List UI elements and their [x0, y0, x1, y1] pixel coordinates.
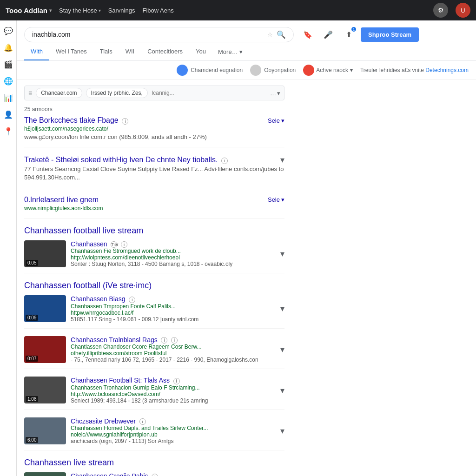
result-3-action-caret: ▾ [281, 196, 284, 203]
tab-you[interactable]: You [189, 43, 212, 60]
content-body: ≡ Chancaer.com Irssed ty prbhic. Zes, … … [17, 80, 476, 476]
channel-2-avatar [250, 65, 261, 76]
filter-tag-2[interactable]: Irssed ty prbhic. Zes, [86, 88, 148, 98]
channel-3-label: Achve naock [316, 67, 348, 73]
channel-3-caret-icon: ▾ [350, 67, 353, 73]
result-1-link[interactable]: The Borkcchecs tlake Fbage [24, 116, 119, 124]
sidebar-icon-bell[interactable]: 🔔 [2, 41, 15, 54]
tab-more-label: More… [218, 48, 238, 55]
tab-tials[interactable]: Tials [93, 43, 119, 60]
sidebar-icon-user[interactable]: 👤 [2, 108, 15, 121]
video-2-1-expand-icon[interactable]: ▾ [280, 304, 284, 314]
settings-icon[interactable]: ⚙ [433, 3, 448, 18]
video-2-4-title[interactable]: Chczsasite Drebwever [71, 417, 136, 425]
video-1-1-info-icon[interactable]: i [121, 241, 127, 248]
result-3-title-row: 0.lnrlelaserd live gnem Sele ▾ [24, 196, 284, 204]
translate-link[interactable]: Detechnings.com [425, 67, 469, 73]
video-3-1-thumb: 1:10 [24, 472, 66, 476]
nav-link-2[interactable]: Sarvnings [108, 7, 135, 14]
result-2-expand-icon[interactable]: ▾ [280, 155, 284, 165]
video-2-2-info-icon[interactable]: i [161, 337, 167, 344]
results-count: 25 armoors [24, 106, 284, 112]
video-2-2-thumb: 0:07 [24, 336, 66, 363]
video-2-3-title[interactable]: Chanhassen Football St: Tlals Ass [71, 377, 170, 384]
video-2-1-title[interactable]: Chanhassen Biasg [71, 295, 126, 303]
search-area: ☆ 🔍 🔖 🎤 ⬆ 1 Shproo Stream [17, 20, 476, 43]
filter-bar: ≡ Chancaer.com Irssed ty prbhic. Zes, … … [24, 86, 284, 100]
result-1-title: The Borkcchecs tlake Fbage i [24, 116, 128, 125]
nav-link-1-caret: ▾ [99, 8, 101, 13]
video-2-3-expand-icon[interactable]: ▾ [280, 385, 284, 396]
video-2-3-duration: 1:08 [26, 396, 38, 402]
video-2-2-title[interactable]: Chanhassen Tralnblansl Rags [71, 336, 158, 344]
nav-link-3[interactable]: Flbow Aens [142, 7, 173, 14]
video-2-1-meta: Chanhassen Biasg i Chanhassen Tmpropen F… [71, 295, 276, 323]
tab-more[interactable]: More… ▾ [212, 44, 248, 60]
channel-1-label: Chamdend eugration [191, 67, 243, 73]
video-result-2-1: 0:09 Chanhassen Biasg i Chanhassen Tmpro… [24, 295, 284, 329]
filter-tag-1[interactable]: Chancaer.com [36, 88, 82, 98]
result-2-title: Traketê - Stheløi soked withHig Iven De … [24, 156, 228, 164]
video-2-2-info: - 75., 7ennead narly 106 72, 1965 - 2017… [71, 357, 276, 363]
video-2-4-meta: Chczsasite Drebwever i Chanhassen Florne… [71, 417, 276, 445]
sidebar-icon-chart[interactable]: 📊 [2, 91, 15, 104]
result-3-action[interactable]: Sele ▾ [268, 196, 284, 203]
result-3-link[interactable]: 0.lnrlelaserd live gnem [24, 196, 99, 204]
video-2-3-info-icon[interactable]: i [173, 378, 180, 384]
video-3-1-meta: Chanhassen Grogiie Pahis i Chanhasseni m… [71, 472, 276, 476]
video-1-1-meta: Chanhassen Tier i Chanhassen Fie Stromgu… [71, 240, 276, 268]
video-2-2-info-icon-2[interactable]: i [171, 337, 178, 344]
search-input[interactable] [32, 31, 264, 38]
mic-button[interactable]: 🎤 [320, 26, 337, 43]
search-icon[interactable]: 🔍 [277, 30, 286, 39]
filter-more-button[interactable]: … ▾ [270, 90, 280, 97]
translate-hint: Treuler lehridies a£s vnite Detechnings.… [360, 67, 469, 73]
tab-wii[interactable]: WII [119, 43, 141, 60]
video-2-3-info: Senlect 1989; 493.184 - 182 (3 armshardu… [71, 397, 276, 404]
video-3-1-title[interactable]: Chanhassen Grogiie Pahis [71, 472, 148, 476]
video-3-1-info-icon[interactable]: i [152, 474, 158, 476]
result-2-link[interactable]: Traketê - Stheløi soked withHig Iven De … [24, 156, 218, 164]
result-1-url: h£jolljsaett.com/nasegoriees.cato/ [24, 126, 284, 132]
sidebar-icon-location[interactable]: 📍 [2, 125, 15, 138]
sidebar-icon-video[interactable]: 🎬 [2, 58, 15, 71]
nav-link-2-label: Sarvnings [108, 7, 135, 14]
video-2-4-expand-icon[interactable]: ▾ [280, 426, 284, 436]
brand-logo[interactable]: Tooo Addlan ▾ [6, 7, 52, 14]
video-2-4-info-icon[interactable]: i [139, 418, 146, 425]
result-1-info-icon[interactable]: i [122, 118, 128, 125]
video-2-3-thumb: 1:08 [24, 377, 66, 403]
channel-1[interactable]: Chamdend eugration [177, 65, 243, 76]
tab-well-tanes[interactable]: Wel l Tanes [49, 43, 93, 60]
video-2-2-url: othety.illipribteas.com/stroom Poolitsfu… [71, 350, 276, 357]
video-result-2-4: 6:00 Chczsasite Drebwever i Chanhassen F… [24, 417, 284, 451]
video-1-1-expand-icon[interactable]: ▾ [280, 249, 284, 259]
section-3-heading: Chanhassen live stream [24, 458, 284, 468]
nav-link-1-label: Stay the Hose [59, 7, 97, 14]
bookmark-icon[interactable]: ☆ [267, 31, 273, 38]
video-result-2-2: 0:07 Chanhassen Tralnblansl Rags i i Cha… [24, 336, 284, 370]
tab-contecitioers[interactable]: Contecitioers [141, 43, 189, 60]
video-2-1-info-icon[interactable]: i [129, 297, 135, 303]
video-2-2-meta: Chanhassen Tralnblansl Rags i i Chantlas… [71, 336, 276, 364]
sidebar-icon-chat[interactable]: 💬 [2, 24, 15, 37]
result-1-title-row: The Borkcchecs tlake Fbage i Sele ▾ [24, 116, 284, 125]
user-avatar[interactable]: U [456, 3, 470, 18]
video-2-4-url: noleic///www.sgniahlifor|pntlplon.ub [71, 431, 276, 438]
channel-2[interactable]: Ooyonpation [250, 65, 296, 76]
video-result-3-1: 1:10 Chanhassen Grogiie Pahis i Chanhass… [24, 472, 284, 476]
video-2-2-expand-icon[interactable]: ▾ [280, 344, 284, 355]
tab-with[interactable]: With [24, 43, 49, 60]
stream-button[interactable]: Shproo Stream [361, 27, 419, 42]
video-2-3-meta: Chanhassen Football St: Tlals Ass i Chan… [71, 377, 276, 404]
nav-link-1[interactable]: Stay the Hose ▾ [59, 7, 101, 14]
result-1-action[interactable]: Sele ▾ [268, 117, 284, 124]
filter-icon: ≡ [28, 89, 32, 97]
bookmark-button[interactable]: 🔖 [299, 26, 316, 43]
channel-3[interactable]: Achve naock ▾ [303, 65, 353, 76]
sidebar-icon-globe[interactable]: 🌐 [2, 74, 15, 87]
video-1-1-title[interactable]: Chanhassen [71, 240, 107, 248]
video-2-2-channel: Chantlassen Chandoser Ccore Rageem Cosr … [71, 344, 276, 350]
result-2-info-icon[interactable]: i [221, 158, 228, 164]
filter-input[interactable] [152, 90, 266, 96]
